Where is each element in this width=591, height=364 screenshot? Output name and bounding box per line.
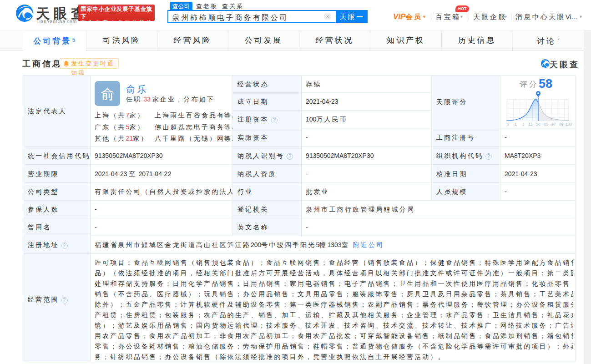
svg-text:50: 50 (536, 122, 540, 126)
svg-text:0: 0 (507, 122, 509, 126)
svg-text:97: 97 (551, 122, 556, 126)
svg-text:15: 15 (528, 122, 533, 126)
svg-text:3: 3 (522, 122, 525, 126)
svg-text:100: 100 (566, 122, 572, 126)
svg-text:1: 1 (515, 122, 517, 126)
svg-text:99: 99 (559, 122, 564, 126)
svg-text:85: 85 (544, 122, 548, 126)
